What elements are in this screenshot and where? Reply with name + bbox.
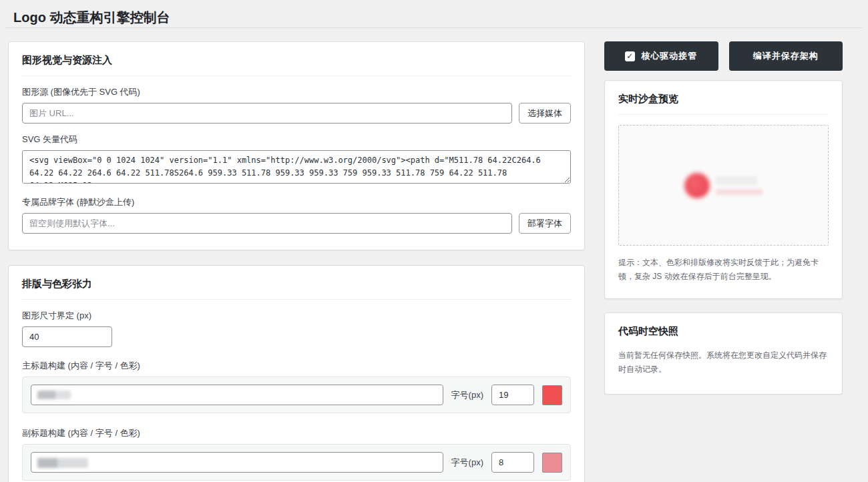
sub-title-size-label: 字号(px) [451, 457, 483, 469]
panel-snapshots-title: 代码时空快照 [618, 325, 829, 342]
panel-snapshots: 代码时空快照 当前暂无任何保存快照。系统将在您更改自定义代码并保存时自动记录。 [604, 312, 843, 395]
select-media-button[interactable]: 选择媒体 [519, 103, 571, 124]
image-source-label: 图形源 (图像优先于 SVG 代码) [22, 86, 571, 98]
sub-title-text-input[interactable] [31, 452, 443, 473]
main-title-text-input[interactable] [31, 385, 443, 405]
snapshots-empty-text: 当前暂无任何保存快照。系统将在您更改自定义代码并保存时自动记录。 [618, 348, 829, 377]
core-drive-toggle-label: 核心驱动接管 [641, 50, 697, 62]
actions-row: ✓ 核心驱动接管 编译并保存架构 [604, 41, 843, 71]
image-source-row: 选择媒体 [22, 103, 571, 124]
preview-hint-text: 提示：文本、色彩和排版修改将实时反馈于此；为避免卡顿，复杂 JS 动效在保存后于… [618, 256, 829, 284]
settings-column: 图形视觉与资源注入 图形源 (图像优先于 SVG 代码) 选择媒体 SVG 矢量… [8, 41, 585, 482]
main-title-size-input[interactable] [491, 385, 534, 405]
checked-checkbox-icon: ✓ [625, 51, 635, 61]
sub-title-group: 字号(px) [22, 444, 571, 481]
deploy-font-button[interactable]: 部署字体 [519, 213, 571, 234]
page-title: Logo 动态重构引擎控制台 [0, 0, 868, 26]
sub-title-size-input[interactable] [491, 452, 534, 473]
main-title-group: 字号(px) [22, 377, 571, 413]
main-title-size-label: 字号(px) [451, 389, 483, 401]
compile-save-label: 编译并保存架构 [753, 50, 819, 62]
logo-mark-blurred [684, 173, 710, 198]
compile-save-button[interactable]: 编译并保存架构 [729, 41, 843, 71]
sandbox-preview-area [618, 125, 829, 246]
svg-code-textarea[interactable]: <svg viewBox="0 0 1024 1024" version="1.… [22, 150, 571, 184]
brand-font-row: 部署字体 [22, 213, 571, 234]
icon-size-label: 图形尺寸界定 (px) [22, 310, 571, 322]
brand-font-label: 专属品牌字体 (静默沙盒上传) [22, 196, 571, 208]
main-title-label: 主标题构建 (内容 / 字号 / 色彩) [22, 360, 571, 372]
sub-title-label: 副标题构建 (内容 / 字号 / 色彩) [22, 427, 571, 439]
panel-preview-title: 实时沙盒预览 [618, 93, 829, 115]
panel-typography: 排版与色彩张力 图形尺寸界定 (px) 主标题构建 (内容 / 字号 / 色彩)… [8, 265, 585, 482]
main-title-color-swatch[interactable] [542, 385, 562, 405]
logo-preview [684, 173, 763, 198]
svg-code-label: SVG 矢量代码 [22, 134, 571, 146]
sub-title-color-swatch[interactable] [542, 453, 562, 473]
side-column: ✓ 核心驱动接管 编译并保存架构 实时沙盒预览 提示：文本、色彩和排版修改将实时… [604, 41, 843, 409]
admin-page: Logo 动态重构引擎控制台 图形视觉与资源注入 图形源 (图像优先于 SVG … [0, 0, 868, 482]
image-url-input[interactable] [22, 103, 512, 124]
panel-assets-title: 图形视觉与资源注入 [22, 54, 571, 76]
core-drive-toggle-button[interactable]: ✓ 核心驱动接管 [604, 41, 718, 71]
logo-text-blurred [716, 176, 763, 195]
main-title-text-wrap [31, 385, 443, 405]
title-divider [5, 27, 863, 28]
panel-assets: 图形视觉与资源注入 图形源 (图像优先于 SVG 代码) 选择媒体 SVG 矢量… [8, 41, 585, 250]
icon-size-input[interactable] [22, 326, 112, 347]
panel-live-preview: 实时沙盒预览 提示：文本、色彩和排版修改将实时反馈于此；为避免卡顿，复杂 JS … [604, 80, 843, 299]
sub-title-text-wrap [31, 452, 443, 473]
panel-typography-title: 排版与色彩张力 [22, 278, 571, 300]
brand-font-input[interactable] [22, 213, 512, 234]
